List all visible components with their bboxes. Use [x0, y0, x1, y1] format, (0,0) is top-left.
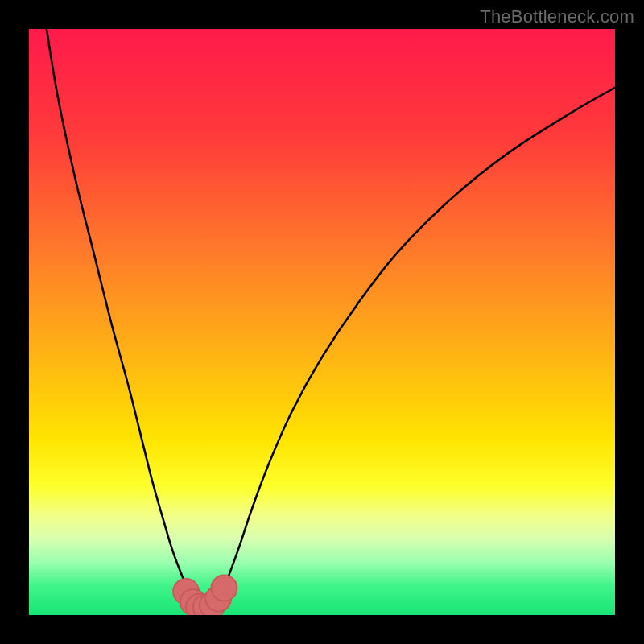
curve-marker: [211, 575, 237, 601]
bottleneck-curve: [47, 29, 615, 608]
watermark-text: TheBottleneck.com: [480, 6, 634, 27]
curve-markers: [173, 575, 237, 615]
chart-frame: TheBottleneck.com: [0, 0, 644, 644]
plot-area: [29, 29, 615, 615]
curve-layer: [29, 29, 615, 615]
